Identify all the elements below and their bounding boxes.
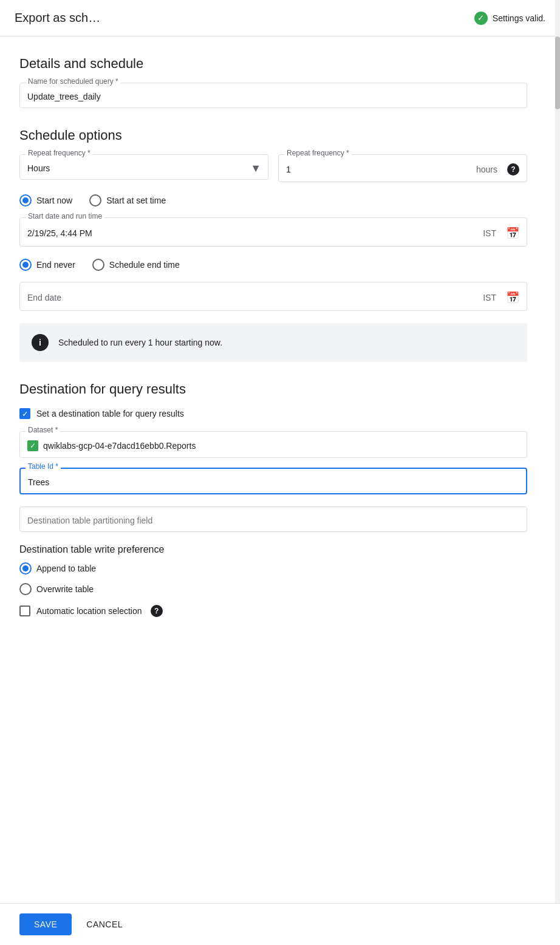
dataset-input-row: ✓ qwiklabs-gcp-04-e7dacd16ebb0.Reports bbox=[19, 431, 527, 458]
checkbox-check-icon: ✓ bbox=[22, 409, 29, 418]
start-at-set-time-label: Start at set time bbox=[106, 196, 166, 205]
start-at-set-time-radio[interactable] bbox=[89, 194, 101, 206]
auto-location-row[interactable]: Automatic location selection ? bbox=[19, 605, 527, 617]
end-never-label: End never bbox=[36, 260, 75, 270]
schedule-end-time-radio[interactable] bbox=[92, 259, 104, 271]
end-date-input-row: End date IST 📅 bbox=[19, 282, 527, 311]
repeat-frequency-select[interactable]: Minutes Hours Days Weeks Months bbox=[19, 154, 268, 180]
dataset-field: Dataset * ✓ qwiklabs-gcp-04-e7dacd16ebb0… bbox=[19, 431, 527, 458]
table-id-input[interactable] bbox=[19, 468, 527, 494]
start-date-tz: IST bbox=[483, 228, 496, 238]
start-now-option[interactable]: Start now bbox=[19, 194, 72, 206]
end-date-calendar-icon[interactable]: 📅 bbox=[506, 291, 519, 304]
start-radio-group: Start now Start at set time bbox=[19, 194, 527, 206]
start-date-calendar-icon[interactable]: 📅 bbox=[506, 227, 519, 240]
schedule-end-time-label: Schedule end time bbox=[109, 260, 180, 270]
dataset-checkbox-icon: ✓ bbox=[27, 440, 38, 451]
auto-location-checkbox[interactable] bbox=[19, 606, 30, 616]
overwrite-table-option[interactable]: Overwrite table bbox=[19, 583, 527, 595]
dataset-value: qwiklabs-gcp-04-e7dacd16ebb0.Reports bbox=[43, 441, 196, 451]
append-to-table-option[interactable]: Append to table bbox=[19, 562, 527, 575]
status-check-icon: ✓ bbox=[474, 12, 488, 25]
partitioning-field bbox=[19, 507, 527, 532]
header: Export as sch… ✓ Settings valid. bbox=[0, 0, 560, 36]
main-content: Details and schedule Name for scheduled … bbox=[0, 56, 547, 702]
start-now-radio-inner bbox=[22, 197, 29, 203]
overwrite-table-radio[interactable] bbox=[19, 583, 32, 595]
save-button[interactable]: SAVE bbox=[19, 913, 72, 935]
schedule-options-heading: Schedule options bbox=[19, 128, 527, 143]
schedule-end-time-option[interactable]: Schedule end time bbox=[92, 259, 180, 271]
hours-number-input[interactable] bbox=[286, 165, 471, 174]
end-date-placeholder: End date bbox=[27, 293, 478, 302]
repeat-frequency-label: Repeat frequency * bbox=[26, 149, 93, 157]
scheduled-query-name-input[interactable] bbox=[19, 83, 527, 108]
repeat-frequency-select-wrapper: Repeat frequency * Minutes Hours Days We… bbox=[19, 154, 268, 182]
scheduled-query-name-label: Name for scheduled query * bbox=[26, 77, 121, 86]
start-now-radio[interactable] bbox=[19, 194, 32, 206]
repeat-frequency-row: Repeat frequency * Minutes Hours Days We… bbox=[19, 154, 527, 182]
hours-input-row: hours ? bbox=[278, 154, 527, 182]
hours-suffix: hours bbox=[476, 165, 497, 174]
schedule-info-box: i Scheduled to run every 1 hour starting… bbox=[19, 323, 527, 362]
repeat-frequency-hours-label: Repeat frequency * bbox=[284, 149, 352, 157]
settings-status: ✓ Settings valid. bbox=[474, 12, 545, 25]
status-text: Settings valid. bbox=[493, 13, 545, 23]
info-text: Scheduled to run every 1 hour starting n… bbox=[58, 338, 222, 347]
end-date-field: End date IST 📅 bbox=[19, 282, 527, 311]
append-to-table-radio-inner bbox=[22, 565, 29, 571]
end-date-tz: IST bbox=[483, 293, 496, 302]
start-date-value: 2/19/25, 4:44 PM bbox=[27, 228, 478, 238]
end-never-radio-inner bbox=[22, 262, 29, 268]
start-now-label: Start now bbox=[36, 196, 72, 205]
table-id-label: Table Id * bbox=[26, 462, 61, 471]
scrollbar-thumb[interactable] bbox=[555, 36, 560, 109]
partitioning-input[interactable] bbox=[19, 507, 527, 532]
start-date-input-row: 2/19/25, 4:44 PM IST 📅 bbox=[19, 217, 527, 247]
end-never-radio[interactable] bbox=[19, 259, 32, 271]
destination-heading: Destination for query results bbox=[19, 381, 527, 397]
write-preference-heading: Destination table write preference bbox=[19, 544, 527, 555]
scrollbar[interactable] bbox=[555, 0, 560, 945]
set-destination-checkbox-row[interactable]: ✓ Set a destination table for query resu… bbox=[19, 408, 527, 419]
info-icon: i bbox=[32, 334, 49, 351]
dataset-label: Dataset * bbox=[26, 426, 60, 434]
start-date-field: Start date and run time 2/19/25, 4:44 PM… bbox=[19, 217, 527, 247]
append-to-table-radio[interactable] bbox=[19, 562, 32, 575]
auto-location-help-icon[interactable]: ? bbox=[151, 605, 163, 617]
cancel-button[interactable]: CANCEL bbox=[86, 919, 123, 929]
bottom-action-bar: SAVE CANCEL bbox=[0, 903, 560, 945]
set-destination-label: Set a destination table for query result… bbox=[36, 409, 184, 418]
write-preference-radio-group: Append to table Overwrite table bbox=[19, 562, 527, 595]
end-never-option[interactable]: End never bbox=[19, 259, 75, 271]
details-heading: Details and schedule bbox=[19, 56, 527, 72]
repeat-frequency-hours-wrapper: Repeat frequency * hours ? bbox=[278, 154, 527, 182]
table-id-field: Table Id * bbox=[19, 468, 527, 494]
overwrite-table-label: Overwrite table bbox=[36, 584, 94, 594]
start-at-set-time-option[interactable]: Start at set time bbox=[89, 194, 166, 206]
end-radio-group: End never Schedule end time bbox=[19, 259, 527, 271]
start-date-label: Start date and run time bbox=[26, 212, 104, 220]
page-title: Export as sch… bbox=[15, 11, 100, 25]
scheduled-query-name-field: Name for scheduled query * bbox=[19, 83, 527, 108]
auto-location-label: Automatic location selection bbox=[36, 606, 142, 616]
append-to-table-label: Append to table bbox=[36, 564, 96, 573]
hours-help-icon[interactable]: ? bbox=[507, 163, 519, 176]
set-destination-checkbox[interactable]: ✓ bbox=[19, 408, 30, 419]
